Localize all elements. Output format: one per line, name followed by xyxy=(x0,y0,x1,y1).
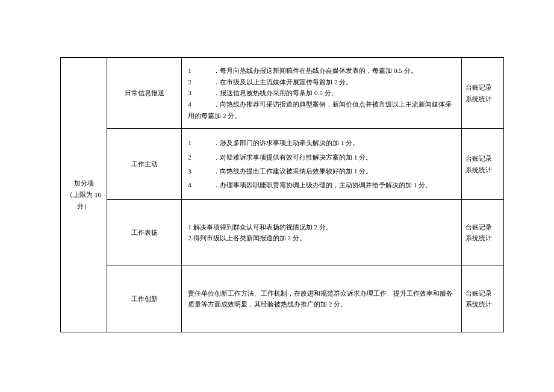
desc-num: 1 xyxy=(188,136,193,150)
desc-num: 2 xyxy=(188,151,193,164)
category-title-line3: 分） xyxy=(77,202,90,210)
method-line2: 系统统计 xyxy=(465,234,492,241)
method-line1: 台账记录 xyxy=(465,223,492,231)
method-line2: 系统统计 xyxy=(465,300,492,308)
score-table: 加分项 （上限为 10 分） 日常信息报送 1．每月向热线办报送新闻稿件在热线办… xyxy=(60,57,504,332)
desc-line: 2．对疑难诉求事项提供有效可行性解决方案的加 1 分。 xyxy=(188,151,455,164)
desc-text: ．报送信息被热线办采用的每条加 0.5 分。 xyxy=(213,89,337,96)
desc-num: 2 xyxy=(188,76,193,88)
desc-line: 1．每月向热线办报送新闻稿件在热线办自媒体发表的，每篇加 0.5 分。 xyxy=(188,65,455,76)
item-label: 日常信息报送 xyxy=(125,89,164,96)
desc-text: ．在市级及以上主流媒体开展宣传每篇加 2 分。 xyxy=(213,78,352,86)
table-row: 工作主动 1．涉及多部门的诉求事项主动牵头解决的加 1 分。 2．对疑难诉求事项… xyxy=(61,129,504,199)
table-row: 加分项 （上限为 10 分） 日常信息报送 1．每月向热线办报送新闻稿件在热线办… xyxy=(61,58,504,129)
method-cell: 台账记录 系统统计 xyxy=(461,129,503,199)
method-line2: 系统统计 xyxy=(465,95,492,102)
desc-line: 1．涉及多部门的诉求事项主动牵头解决的加 1 分。 xyxy=(188,136,455,150)
item-label: 工作表扬 xyxy=(131,229,158,236)
desc-line: 3．向热线办提出工作建议被采纳后效果较好的加 1 分。 xyxy=(188,164,455,178)
method-line1: 台账记录 xyxy=(465,290,492,297)
desc-text: ．每月向热线办报送新闻稿件在热线办自媒体发表的，每篇加 0.5 分。 xyxy=(213,67,417,74)
category-title-line1: 加分项 xyxy=(74,179,94,187)
method-cell: 台账记录 系统统计 xyxy=(461,58,503,129)
item-cell: 工作创新 xyxy=(107,266,182,332)
method-cell: 台账记录 系统统计 xyxy=(461,266,503,332)
score-table-container: 加分项 （上限为 10 分） 日常信息报送 1．每月向热线办报送新闻稿件在热线办… xyxy=(60,57,504,332)
desc-cell: 责任单位创新工作方法、工作机制，在改进和规范群众诉求办理工作、提升工作效率和服务… xyxy=(182,266,462,332)
desc-text: ．对疑难诉求事项提供有效可行性解决方案的加 1 分。 xyxy=(213,154,372,161)
desc-num: 1 xyxy=(188,65,193,76)
category-title-line2: （上限为 10 xyxy=(66,191,101,198)
desc-num: 3 xyxy=(188,164,193,178)
desc-line: 2．在市级及以上主流媒体开展宣传每篇加 2 分。 xyxy=(188,76,455,88)
method-cell: 台账记录 系统统计 xyxy=(461,199,503,266)
desc-text: ．涉及多部门的诉求事项主动牵头解决的加 1 分。 xyxy=(213,139,359,146)
item-label: 工作主动 xyxy=(131,160,158,167)
desc-cell: 1 解决事项得到群众认可和表扬的视情况加 2 分。 2.得到市级以上各类新闻报道… xyxy=(182,199,462,266)
desc-line: 3．报送信息被热线办采用的每条加 0.5 分。 xyxy=(188,87,455,99)
desc-line: 2.得到市级以上各类新闻报道的加 2 分。 xyxy=(188,232,455,244)
item-label: 工作创新 xyxy=(131,295,158,302)
table-row: 工作创新 责任单位创新工作方法、工作机制，在改进和规范群众诉求办理工作、提升工作… xyxy=(61,266,504,332)
category-cell: 加分项 （上限为 10 分） xyxy=(61,58,107,332)
item-cell: 工作主动 xyxy=(107,129,182,199)
desc-text: ．办理事项因职能职责需协调上级办理的，主动协调并给予解决的加 1 分。 xyxy=(213,181,432,188)
desc-line: 4．办理事项因职能职责需协调上级办理的，主动协调并给予解决的加 1 分。 xyxy=(188,178,455,192)
desc-num: 4 xyxy=(188,99,193,110)
item-cell: 日常信息报送 xyxy=(107,58,182,129)
item-cell: 工作表扬 xyxy=(107,199,182,266)
table-row: 工作表扬 1 解决事项得到群众认可和表扬的视情况加 2 分。 2.得到市级以上各… xyxy=(61,199,504,266)
desc-num: 4 xyxy=(188,178,193,192)
method-line1: 台账记录 xyxy=(465,84,492,91)
method-line2: 系统统计 xyxy=(465,166,492,173)
desc-text: ．向热线办提出工作建议被采纳后效果较好的加 1 分。 xyxy=(213,167,372,175)
desc-line: 1 解决事项得到群众认可和表扬的视情况加 2 分。 xyxy=(188,222,455,233)
desc-cell: 1．涉及多部门的诉求事项主动牵头解决的加 1 分。 2．对疑难诉求事项提供有效可… xyxy=(182,129,462,199)
method-line1: 台账记录 xyxy=(465,155,492,162)
desc-line: 4．向热线办推荐可采访报道的典型案例，新闻价值点并被市级以上主流新闻媒体采用的每… xyxy=(188,99,455,121)
desc-cell: 1．每月向热线办报送新闻稿件在热线办自媒体发表的，每篇加 0.5 分。 2．在市… xyxy=(182,58,462,129)
desc-text: 责任单位创新工作方法、工作机制，在改进和规范群众诉求办理工作、提升工作效率和服务… xyxy=(188,290,453,308)
desc-num: 3 xyxy=(188,87,193,99)
desc-text: ．向热线办推荐可采访报道的典型案例，新闻价值点并被市级以上主流新闻媒体采用的每篇… xyxy=(188,101,452,119)
